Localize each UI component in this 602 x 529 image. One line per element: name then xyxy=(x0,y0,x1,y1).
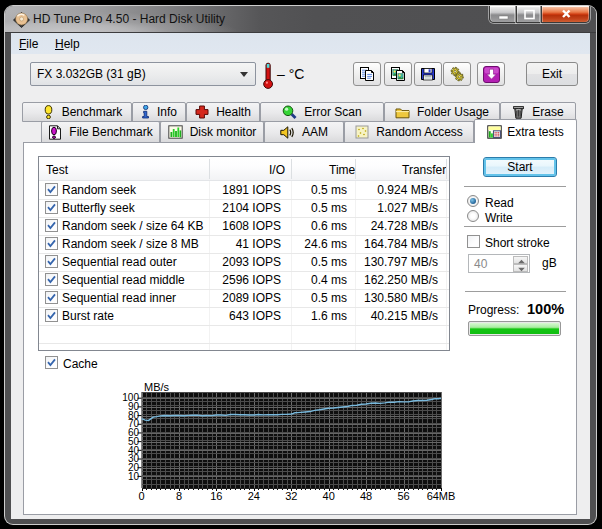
svg-text:24: 24 xyxy=(248,490,260,502)
svg-text:48: 48 xyxy=(360,490,372,502)
svg-text:8: 8 xyxy=(176,490,182,502)
svg-text:16: 16 xyxy=(210,490,222,502)
svg-text:32: 32 xyxy=(285,490,297,502)
svg-text:40: 40 xyxy=(323,490,335,502)
svg-text:MB/s: MB/s xyxy=(144,381,170,393)
svg-text:0: 0 xyxy=(138,490,144,502)
svg-text:56: 56 xyxy=(397,490,409,502)
svg-text:64MB: 64MB xyxy=(427,490,456,502)
svg-text:100: 100 xyxy=(122,392,139,403)
